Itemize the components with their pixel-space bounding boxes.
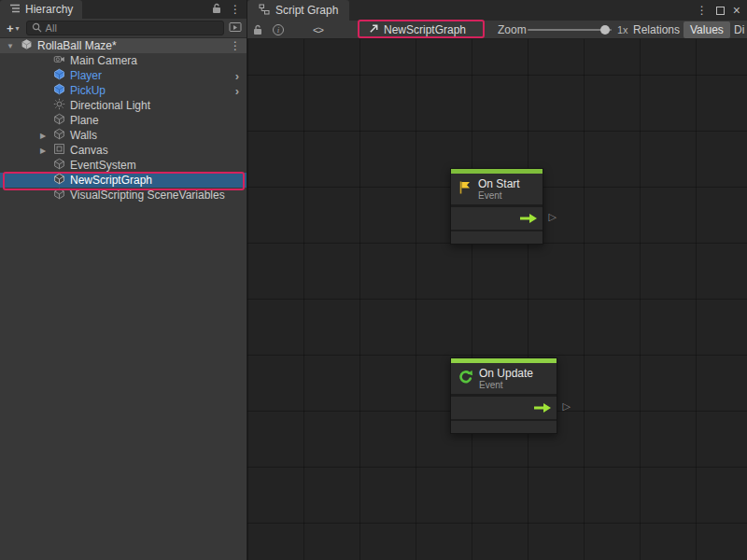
graph-canvas[interactable]: On Start Event ▷ [247, 39, 747, 560]
search-icon [32, 22, 42, 35]
hierarchy-tab-bar: Hierarchy ⋮ [0, 0, 247, 19]
tab-script-graph-label: Script Graph [275, 4, 338, 17]
prefab-cube-icon [53, 68, 65, 83]
plus-icon: + [7, 21, 14, 35]
port-triangle-icon[interactable]: ▷ [549, 212, 557, 222]
gameobject-cube-icon [53, 188, 65, 203]
node-body [451, 207, 543, 230]
tree-item-label: Directional Light [70, 99, 150, 112]
tree-item-player[interactable]: Player › [0, 68, 247, 83]
unity-editor-window: Hierarchy ⋮ + ▾ All [0, 0, 747, 560]
tree-item-label: Plane [70, 114, 99, 127]
gameobject-cube-icon [53, 158, 65, 173]
scene-foldout-icon[interactable]: ▼ [7, 42, 16, 50]
zoom-value: 1x [617, 21, 628, 39]
gameobject-cube-icon [53, 128, 65, 143]
expander-icon[interactable]: ▶ [40, 132, 46, 140]
tree-item-directional-light[interactable]: Directional Light [0, 98, 247, 113]
hierarchy-list-icon [9, 3, 21, 16]
script-graph-panel: Script Graph ⋮ × i <> NewScriptGraph [247, 0, 747, 560]
tree-item-label: Main Camera [70, 54, 137, 67]
tree-item-label: NewScriptGraph [70, 174, 152, 187]
node-on-update[interactable]: On Update Event ▷ [450, 357, 557, 434]
graph-toolbar: i <> NewScriptGraph Zoom 1x Relations Va… [247, 21, 747, 39]
prefab-chevron-icon[interactable]: › [235, 85, 239, 97]
flow-output-arrow-icon[interactable] [533, 402, 552, 413]
kebab-menu-icon[interactable]: ⋮ [230, 4, 241, 15]
add-object-button[interactable]: + ▾ [5, 21, 21, 35]
node-header: On Start Event [451, 174, 543, 204]
relations-button[interactable]: Relations [633, 21, 680, 39]
node-body [451, 397, 557, 419]
dim-button[interactable]: Di [734, 21, 744, 39]
camera-icon [53, 53, 65, 68]
port-triangle-icon[interactable]: ▷ [563, 401, 571, 412]
expander-icon[interactable]: ▶ [40, 147, 46, 155]
tree-item-canvas[interactable]: ▶ Canvas [0, 143, 247, 158]
zoom-slider-track[interactable] [528, 29, 612, 31]
graph-tab-bar: Script Graph ⋮ × [247, 0, 747, 21]
tree-item-label: EventSystem [70, 159, 136, 172]
node-header: On Update Event [451, 363, 557, 394]
kebab-menu-icon[interactable]: ⋮ [697, 5, 708, 16]
graph-asset-icon [369, 23, 379, 36]
maximize-icon[interactable] [716, 7, 725, 15]
code-icon[interactable]: <> [313, 21, 323, 39]
hierarchy-panel: Hierarchy ⋮ + ▾ All [0, 0, 247, 560]
breadcrumb-label: NewScriptGraph [384, 23, 466, 36]
light-icon [53, 98, 65, 113]
node-footer [451, 231, 543, 244]
zoom-slider[interactable] [528, 21, 612, 39]
lock-icon[interactable] [212, 3, 221, 16]
tab-hierarchy-label: Hierarchy [25, 3, 73, 16]
node-title: On Update [479, 367, 533, 380]
values-button[interactable]: Values [684, 21, 730, 39]
tree-item-pickup[interactable]: PickUp › [0, 83, 247, 98]
zoom-label: Zoom [498, 21, 527, 39]
hierarchy-tree: Main Camera Player › PickUp › [0, 53, 247, 203]
close-icon[interactable]: × [733, 4, 740, 17]
tree-item-walls[interactable]: ▶ Walls [0, 128, 247, 143]
scene-kebab-icon[interactable]: ⋮ [230, 40, 241, 51]
tree-item-main-camera[interactable]: Main Camera [0, 53, 247, 68]
unity-scene-icon [21, 38, 33, 53]
tree-item-label: Player [70, 69, 102, 82]
info-icon[interactable]: i [273, 21, 284, 39]
tree-item-eventsystem[interactable]: EventSystem [0, 158, 247, 173]
flow-output-arrow-icon[interactable] [519, 213, 538, 224]
search-value: All [46, 22, 57, 34]
tree-item-newscriptgraph[interactable]: NewScriptGraph [0, 173, 247, 188]
gameobject-cube-icon [53, 113, 65, 128]
tree-item-label: PickUp [70, 84, 106, 97]
tree-item-label: Walls [70, 129, 97, 142]
hierarchy-toolbar: + ▾ All [0, 19, 247, 38]
prefab-cube-icon [53, 83, 65, 98]
tree-item-plane[interactable]: Plane [0, 113, 247, 128]
scene-name: RollaBall Maze* [37, 39, 117, 52]
dropdown-arrow-icon: ▾ [16, 24, 20, 33]
lock-icon[interactable] [253, 21, 262, 39]
script-graph-icon [259, 4, 270, 18]
node-subtitle: Event [479, 380, 533, 390]
zoom-slider-handle[interactable] [600, 25, 610, 35]
tab-hierarchy[interactable]: Hierarchy [0, 0, 82, 19]
node-on-start[interactable]: On Start Event ▷ [450, 168, 543, 245]
canvas-icon [53, 143, 65, 158]
picker-icon[interactable] [229, 21, 242, 35]
flag-icon [458, 180, 472, 198]
hierarchy-search-input[interactable]: All [26, 21, 224, 35]
node-footer [451, 421, 557, 433]
tree-item-visualscripting-scenevariables[interactable]: VisualScripting SceneVariables [0, 188, 247, 203]
prefab-chevron-icon[interactable]: › [235, 70, 239, 82]
scene-row[interactable]: ▼ RollaBall Maze* ⋮ [0, 38, 247, 53]
tab-script-graph[interactable]: Script Graph [247, 0, 349, 21]
loop-icon [458, 370, 473, 388]
node-title: On Start [478, 177, 520, 190]
tree-item-label: Canvas [70, 144, 108, 157]
node-subtitle: Event [478, 190, 520, 201]
values-button-label: Values [684, 21, 730, 38]
tree-item-label: VisualScripting SceneVariables [70, 189, 225, 202]
gameobject-cube-icon [53, 173, 65, 188]
breadcrumb[interactable]: NewScriptGraph [369, 21, 466, 39]
